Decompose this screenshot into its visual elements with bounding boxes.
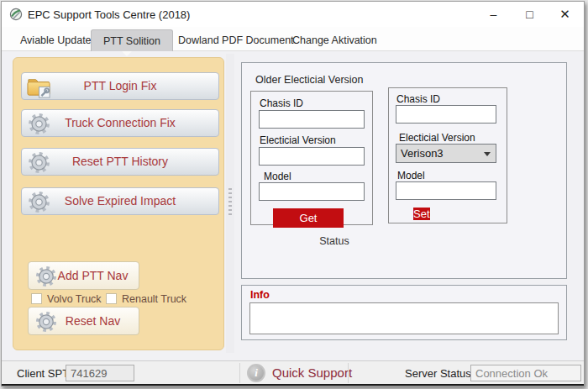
set-group: Chasis ID Electicial Version Verison3 Mo… <box>388 87 507 223</box>
close-button[interactable]: ✕ <box>546 2 584 27</box>
maximize-button[interactable]: □ <box>511 2 549 27</box>
button-label: Add PTT Nav <box>58 269 129 282</box>
model-input[interactable] <box>396 181 496 200</box>
client-spt-input[interactable] <box>66 365 134 381</box>
app-window: EPC Support Tools Centre (2018) – □ ✕ Av… <box>1 1 585 386</box>
selected-option: Verison3 <box>401 147 444 160</box>
button-label: Reset PTT History <box>72 155 168 168</box>
chasis-id-label: Chasis ID <box>260 97 303 109</box>
add-ptt-nav-button[interactable]: Add PTT Nav <box>28 261 139 290</box>
reset-ptt-history-button[interactable]: Reset PTT History <box>21 148 219 176</box>
panel-splitter[interactable] <box>226 54 234 353</box>
button-label: PTT Login Fix <box>84 79 157 92</box>
electicial-version-label: Electicial Version <box>260 134 336 146</box>
window-title: EPC Support Tools Centre (2018) <box>28 8 190 21</box>
tab-ptt-solition[interactable]: PTT Solition <box>91 29 173 51</box>
gear-icon <box>35 311 57 333</box>
checkbox-label: Volvo Truck <box>47 293 102 305</box>
info-title: Info <box>250 289 270 301</box>
button-label: Reset Nav <box>66 314 120 328</box>
server-status-input[interactable] <box>470 365 581 381</box>
selected-tab-notch <box>122 51 132 56</box>
app-logo-icon <box>9 8 23 21</box>
info-icon: i <box>247 364 265 382</box>
volvo-truck-checkbox[interactable]: Volvo Truck <box>31 293 102 305</box>
electicial-version-select[interactable]: Verison3 <box>396 144 496 163</box>
info-textbox[interactable] <box>249 302 559 334</box>
checkbox-icon[interactable] <box>31 293 42 304</box>
solve-expired-impact-button[interactable]: Solve Expired Impact <box>21 187 219 215</box>
get-group: Chasis ID Electicial Version Model Get <box>250 91 373 225</box>
gear-icon <box>28 151 50 174</box>
chasis-id-input[interactable] <box>259 110 365 129</box>
model-input[interactable] <box>259 182 365 201</box>
gear-icon <box>28 113 50 135</box>
status-bar: Client SPT i Quick Support Server Status <box>2 360 584 384</box>
splitter-grip-icon <box>228 188 232 217</box>
checkbox-label: Renault Truck <box>122 293 186 305</box>
quick-support-button[interactable]: Quick Support <box>272 365 352 380</box>
model-label: Model <box>264 171 291 182</box>
chasis-id-input[interactable] <box>396 105 496 124</box>
window-bottom-edge <box>2 384 584 386</box>
status-label: Status <box>292 235 376 247</box>
model-label: Model <box>397 170 425 181</box>
info-section: Info <box>241 285 567 340</box>
minimize-button[interactable]: – <box>475 2 512 27</box>
renault-truck-checkbox[interactable]: Renault Truck <box>106 293 186 305</box>
button-label: Solve Expired Impact <box>65 194 176 208</box>
electicial-version-label: Electicial Version <box>399 132 475 144</box>
title-bar: EPC Support Tools Centre (2018) – □ ✕ <box>2 2 584 27</box>
gear-icon <box>28 191 50 213</box>
truck-connection-fix-button[interactable]: Truck Connection Fix <box>21 109 219 137</box>
sidebar-panel: PTT Login Fix Truck Connection Fix Reset… <box>13 57 224 350</box>
reset-nav-button[interactable]: Reset Nav <box>28 307 139 335</box>
get-button[interactable]: Get <box>273 208 344 228</box>
chevron-down-icon <box>484 152 491 156</box>
folder-wrench-icon <box>26 74 52 100</box>
ptt-login-fix-button[interactable]: PTT Login Fix <box>21 72 219 100</box>
set-button[interactable]: Set <box>413 208 430 220</box>
divider <box>348 363 349 383</box>
button-label: Truck Connection Fix <box>65 116 176 129</box>
server-status-label: Server Status <box>405 367 471 380</box>
section-title: Older Electicial Version <box>255 74 364 86</box>
chasis-id-label: Chasis ID <box>396 93 440 105</box>
tab-strip: Aviable Updates PTT Solition Dowland PDF… <box>2 27 584 51</box>
gear-icon <box>35 265 57 287</box>
version-section: Older Electicial Version Chasis ID Elect… <box>241 62 567 279</box>
tab-change-aktivation[interactable]: Change Aktivation <box>281 29 389 51</box>
electicial-version-input[interactable] <box>259 147 365 166</box>
client-spt-label: Client SPT <box>17 367 69 380</box>
checkbox-icon[interactable] <box>106 293 117 304</box>
divider <box>239 363 240 383</box>
